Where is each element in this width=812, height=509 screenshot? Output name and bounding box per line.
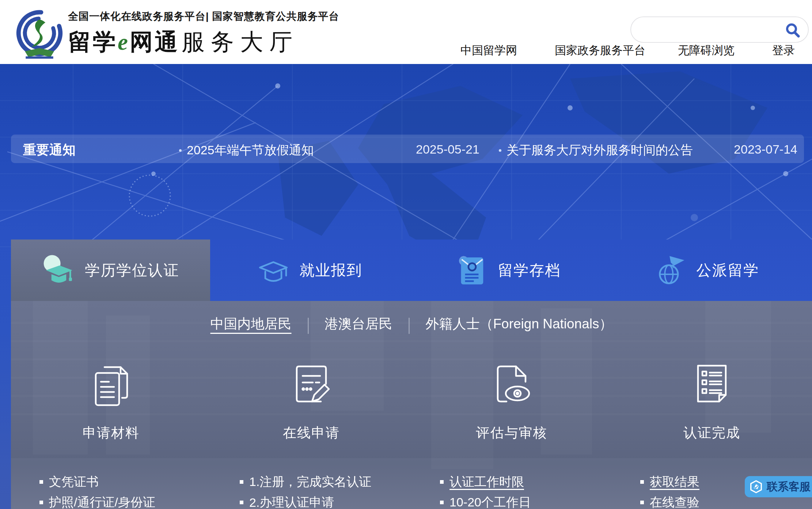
headset-hexagon-icon (749, 480, 763, 494)
list-item[interactable]: 在线查验 (640, 493, 699, 509)
resident-subtabs: 中国内地居民 港澳台居民 外籍人士（Foreign Nationals） (11, 315, 812, 337)
subtab-foreign-nationals[interactable]: 外籍人士（Foreign Nationals） (426, 315, 613, 337)
step-application-materials: 申请材料 文凭证书 护照/通行证/身份证 (11, 359, 211, 509)
square-bullet-icon (440, 501, 444, 504)
subtab-divider (409, 318, 410, 334)
documents-icon (86, 361, 137, 412)
search-icon[interactable] (785, 22, 801, 38)
brand-block: 全国一体化在线政务服务平台| 国家智慧教育公共服务平台 留学e网通服务大厅 (68, 10, 339, 58)
bullet-dot-icon (499, 149, 501, 152)
process-steps: 申请材料 文凭证书 护照/通行证/身份证 (11, 359, 812, 509)
nav-link-gov-platform[interactable]: 国家政务服务平台 (555, 43, 645, 58)
contact-support-button[interactable]: 联系客服 (745, 476, 812, 497)
tab-study-abroad-archive[interactable]: 留学存档 (409, 240, 607, 301)
search-box (630, 16, 809, 43)
graduation-cap-outline-icon (257, 253, 290, 287)
tab-label: 公派留学 (697, 260, 759, 280)
notice-title: 重要通知 (23, 141, 76, 159)
list-item[interactable]: 2.办理认证申请 (240, 493, 371, 509)
nav-link-login[interactable]: 登录 (772, 43, 795, 58)
list-item: 护照/通行证/身份证 (39, 493, 155, 509)
nav-link-accessibility[interactable]: 无障碍浏览 (678, 43, 735, 58)
step-title: 申请材料 (83, 424, 140, 442)
tab-degree-certification[interactable]: 学历学位认证 (11, 240, 210, 301)
checklist-icon (686, 361, 737, 412)
document-edit-icon (286, 361, 337, 412)
platform-line: 全国一体化在线政务服务平台| 国家智慧教育公共服务平台 (68, 10, 339, 23)
subtab-mainland-residents[interactable]: 中国内地居民 (210, 315, 292, 337)
square-bullet-icon (39, 480, 43, 484)
step-online-application: 在线申请 1.注册，完成实名认证 2.办理认证申请 (211, 359, 411, 509)
tab-label: 留学存档 (498, 260, 561, 280)
list-item: 10-20个工作日 (440, 493, 531, 509)
plane-globe-icon (653, 253, 687, 287)
subtab-hk-macao-taiwan[interactable]: 港澳台居民 (325, 315, 392, 337)
site-title: 留学e网通服务大厅 (68, 26, 339, 58)
tab-employment-registration[interactable]: 就业报到 (210, 240, 409, 301)
tab-government-sponsored[interactable]: 公派留学 (607, 240, 805, 301)
site-logo (14, 8, 65, 62)
square-bullet-icon (440, 480, 444, 484)
square-bullet-icon (39, 501, 43, 504)
subtab-divider (308, 318, 309, 334)
square-bullet-icon (240, 501, 243, 504)
service-tabs: 学历学位认证 就业报到 (0, 240, 812, 301)
contact-support-label: 联系客服 (767, 479, 811, 494)
nav-link-cscse[interactable]: 中国留学网 (460, 43, 517, 58)
list-item: 文凭证书 (39, 473, 155, 491)
hero-section: 重要通知 2025年端午节放假通知 2025-05-21 关于服务大厅对外服务时… (0, 64, 812, 509)
notice-item[interactable]: 关于服务大厅对外服务时间的公告 (499, 142, 693, 159)
tab-label: 学历学位认证 (85, 260, 179, 280)
tab-strip-rest: 就业报到 留学存档 (210, 240, 812, 301)
search-input[interactable] (641, 19, 785, 40)
tab-content-panel: 中国内地居民 港澳台居民 外籍人士（Foreign Nationals） (11, 301, 812, 509)
bullet-dot-icon (179, 149, 182, 152)
green-e: e (118, 29, 130, 55)
notice-date: 2025-05-21 (416, 142, 479, 157)
page: 全国一体化在线政务服务平台| 国家智慧教育公共服务平台 留学e网通服务大厅 中国… (0, 0, 812, 509)
square-bullet-icon (640, 501, 644, 504)
notice-date: 2023-07-14 (734, 142, 797, 157)
list-item: 1.注册，完成实名认证 (240, 473, 371, 491)
tab-label: 就业报到 (300, 260, 363, 280)
archive-envelope-icon (455, 253, 489, 287)
step-title: 认证完成 (683, 424, 740, 442)
document-eye-icon (486, 361, 537, 412)
header: 全国一体化在线政务服务平台| 国家智慧教育公共服务平台 留学e网通服务大厅 中国… (0, 0, 812, 64)
graduation-cap-filled-icon (42, 253, 76, 287)
square-bullet-icon (640, 480, 644, 484)
notice-bar: 重要通知 2025年端午节放假通知 2025-05-21 关于服务大厅对外服务时… (11, 135, 804, 163)
step-title: 在线申请 (283, 424, 340, 442)
list-item[interactable]: 获取结果 (640, 473, 699, 491)
step-evaluation-review: 评估与审核 认证工作时限 10-20个工作日 (411, 359, 612, 509)
step-title: 评估与审核 (476, 424, 547, 442)
list-item[interactable]: 认证工作时限 (440, 473, 531, 491)
tab-spacer (0, 240, 11, 301)
notice-item[interactable]: 2025年端午节放假通知 (179, 142, 314, 159)
square-bullet-icon (240, 480, 243, 484)
